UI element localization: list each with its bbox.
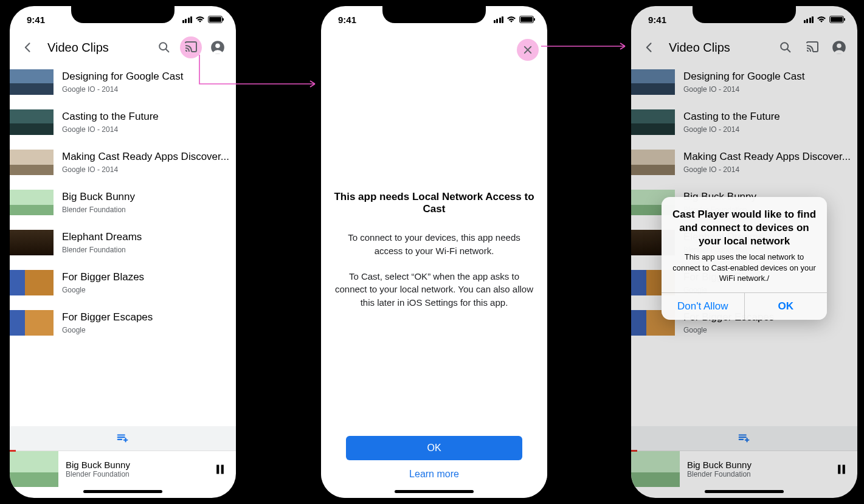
video-item[interactable]: Designing for Google CastGoogle IO - 201… — [10, 62, 236, 102]
back-button[interactable] — [638, 36, 660, 58]
now-playing-bar[interactable]: Big Buck Bunny Blender Foundation — [10, 450, 236, 487]
video-thumbnail — [631, 69, 675, 95]
interstitial-body-2: To Cast, select “OK” when the app asks t… — [333, 270, 535, 309]
video-subtitle: Google — [683, 326, 857, 334]
wifi-icon — [817, 16, 826, 23]
video-thumbnail — [10, 109, 54, 135]
svg-rect-5 — [221, 464, 224, 474]
video-item[interactable]: Making Cast Ready Apps Discover...Google… — [631, 142, 857, 182]
queue-bar[interactable] — [631, 426, 857, 450]
progress-indicator — [10, 450, 16, 452]
cast-icon — [184, 40, 198, 55]
video-title: Designing for Google Cast — [62, 71, 236, 83]
page-title: Video Clips — [47, 41, 148, 55]
account-button[interactable] — [207, 36, 229, 58]
pause-icon — [214, 463, 226, 475]
video-subtitle: Google IO - 2014 — [62, 85, 236, 94]
video-thumbnail — [10, 230, 54, 255]
chevron-left-icon — [22, 41, 34, 54]
pause-icon — [835, 463, 848, 475]
battery-icon — [519, 16, 534, 23]
video-thumbnail — [631, 150, 675, 175]
chevron-left-icon — [643, 41, 655, 54]
video-thumbnail — [10, 310, 54, 336]
video-item[interactable]: Casting to the FutureGoogle IO - 2014 — [10, 102, 236, 142]
battery-icon — [829, 16, 844, 23]
svg-point-3 — [215, 44, 220, 49]
notch — [382, 6, 486, 23]
search-button[interactable] — [153, 36, 175, 58]
wifi-icon — [195, 16, 205, 23]
status-time: 9:41 — [648, 15, 666, 25]
video-subtitle: Google — [62, 286, 236, 294]
search-icon — [157, 41, 171, 54]
video-title: Making Cast Ready Apps Discover... — [62, 151, 236, 163]
wifi-icon — [506, 16, 516, 23]
video-thumbnail — [10, 150, 54, 175]
video-title: Elephant Dreams — [62, 231, 236, 243]
flow-arrow-icon — [540, 40, 631, 52]
ok-button[interactable]: OK — [346, 436, 522, 460]
playlist-add-icon — [738, 432, 751, 445]
video-title: For Bigger Escapes — [62, 311, 236, 323]
video-item[interactable]: Casting to the FutureGoogle IO - 2014 — [631, 102, 857, 142]
page-title: Video Clips — [669, 41, 770, 55]
now-playing-subtitle: Blender Foundation — [66, 470, 207, 478]
svg-rect-4 — [216, 464, 219, 474]
video-subtitle: Blender Foundation — [62, 246, 236, 254]
now-playing-thumbnail — [631, 451, 680, 487]
allow-button[interactable]: OK — [745, 293, 828, 320]
account-circle-icon — [831, 40, 847, 55]
dialog-message: This app uses the local network to conne… — [671, 252, 817, 284]
learn-more-link[interactable]: Learn more — [409, 469, 459, 480]
account-button[interactable] — [828, 36, 850, 58]
pause-button[interactable] — [835, 463, 848, 475]
video-title: For Bigger Blazes — [62, 271, 236, 283]
svg-line-7 — [787, 49, 790, 52]
dialog-title: Cast Player would like to find and conne… — [671, 208, 817, 248]
dont-allow-button[interactable]: Don't Allow — [662, 293, 745, 320]
account-circle-icon — [210, 40, 226, 55]
notch — [693, 6, 796, 23]
video-item[interactable]: Designing for Google CastGoogle IO - 201… — [631, 62, 857, 102]
ios-permission-dialog: Cast Player would like to find and conne… — [662, 197, 827, 320]
back-button[interactable] — [17, 36, 39, 58]
video-item[interactable]: For Bigger BlazesGoogle — [10, 263, 236, 303]
home-indicator — [83, 490, 162, 493]
video-item[interactable]: Big Buck BunnyBlender Foundation — [10, 182, 236, 223]
interstitial-heading: This app needs Local Network Access to C… — [333, 191, 535, 215]
svg-rect-10 — [838, 464, 840, 474]
video-subtitle: Google — [62, 326, 236, 334]
video-subtitle: Google IO - 2014 — [62, 165, 236, 174]
progress-indicator — [631, 450, 637, 452]
video-subtitle: Google IO - 2014 — [62, 125, 236, 134]
svg-line-1 — [166, 49, 169, 52]
video-thumbnail — [10, 69, 54, 95]
video-title: Casting to the Future — [683, 111, 857, 123]
search-icon — [779, 41, 792, 54]
video-title: Making Cast Ready Apps Discover... — [683, 151, 857, 163]
video-list: Designing for Google CastGoogle IO - 201… — [10, 62, 236, 343]
video-subtitle: Google IO - 2014 — [683, 165, 857, 174]
video-subtitle: Google IO - 2014 — [683, 85, 857, 94]
now-playing-bar[interactable]: Big Buck Bunny Blender Foundation — [631, 450, 857, 487]
cast-button[interactable] — [180, 36, 202, 58]
video-item[interactable]: Elephant DreamsBlender Foundation — [10, 223, 236, 263]
video-title: Casting to the Future — [62, 111, 236, 123]
status-time: 9:41 — [27, 15, 45, 25]
video-subtitle: Blender Foundation — [62, 205, 236, 214]
video-thumbnail — [10, 270, 54, 295]
toolbar: Video Clips — [631, 33, 857, 62]
cellular-signal-icon — [494, 16, 504, 23]
local-network-interstitial: This app needs Local Network Access to C… — [321, 33, 547, 498]
search-button[interactable] — [775, 36, 797, 58]
cast-button[interactable] — [801, 36, 823, 58]
video-item[interactable]: For Bigger EscapesGoogle — [10, 303, 236, 343]
svg-point-9 — [837, 44, 842, 49]
close-button[interactable] — [517, 39, 539, 61]
pause-button[interactable] — [214, 463, 226, 475]
queue-bar[interactable] — [10, 426, 236, 450]
notch — [71, 6, 175, 23]
home-indicator — [705, 490, 784, 493]
video-item[interactable]: Making Cast Ready Apps Discover...Google… — [10, 142, 236, 182]
